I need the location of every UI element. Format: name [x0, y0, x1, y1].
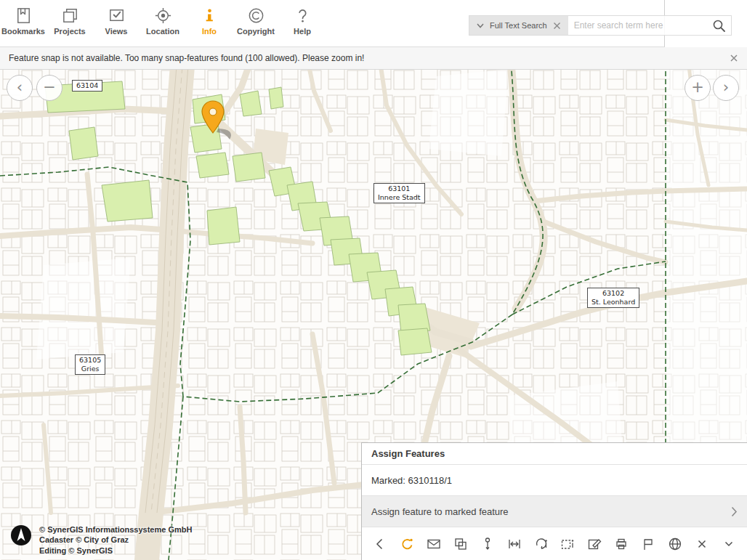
toolbar-item-label: Help [294, 27, 311, 36]
toolbar-item-label: Views [105, 27, 128, 36]
map-attribution: © SynerGIS Informationssysteme GmbH Cada… [10, 524, 192, 556]
synergis-logo-icon [10, 524, 32, 546]
toolbar-item-projects[interactable]: Projects [47, 0, 93, 46]
feature-info-icon[interactable] [559, 535, 576, 553]
chevron-right-icon [731, 506, 738, 517]
map-label-63105: 63105Gries [75, 354, 105, 375]
map-prev-button[interactable]: ‹ [7, 75, 33, 101]
toolbar-item-label: Projects [54, 27, 85, 36]
map-label-63102: 63102St. Leonhard [587, 288, 639, 308]
chevron-down-icon [477, 23, 484, 28]
bookmarks-icon [14, 6, 33, 25]
panel-toolbar [362, 527, 747, 560]
collapse-panel-icon[interactable] [720, 535, 738, 553]
toolbar-item-label: Location [146, 27, 179, 36]
marked-feature-text: Marked: 6310118/1 [362, 465, 747, 496]
toolbar-item-label: Bookmarks [1, 27, 45, 36]
toolbar-item-bookmarks[interactable]: Bookmarks [0, 0, 47, 46]
projects-icon [60, 6, 80, 25]
attribution-line: Editing © SynerGIS [39, 545, 192, 556]
toolbar-item-info[interactable]: Info [186, 0, 233, 46]
search-input[interactable] [568, 16, 706, 35]
print-icon[interactable] [613, 535, 630, 553]
search-icon [712, 19, 726, 33]
attribution-line: © SynerGIS Informationssysteme GmbH [39, 524, 192, 535]
map-next-button[interactable]: › [713, 75, 739, 101]
assign-action-row[interactable]: Assign feature to marked feature [362, 496, 747, 527]
rotate-feature-icon[interactable] [533, 535, 550, 553]
measure-width-icon[interactable] [506, 535, 523, 553]
edit-feature-icon[interactable] [586, 535, 603, 553]
clear-selection-icon[interactable] [693, 535, 711, 553]
merge-features-icon[interactable] [452, 535, 469, 553]
search-mode-label: Full Text Search [490, 21, 547, 30]
bookmark-flag-icon[interactable] [639, 535, 657, 553]
assign-features-panel: Assign Features Marked: 6310118/1 Assign… [361, 442, 747, 560]
views-icon [107, 6, 126, 25]
search-mode-dropdown[interactable]: Full Text Search [469, 16, 568, 35]
location-icon [153, 6, 173, 25]
zoom-out-button[interactable]: − [36, 75, 62, 101]
info-icon [200, 6, 219, 25]
toolbar-item-help[interactable]: Help [279, 0, 326, 46]
toolbar-item-copyright[interactable]: Copyright [233, 0, 279, 46]
zoom-in-button[interactable]: + [685, 75, 711, 101]
attribution-line: Cadaster © City of Graz [39, 535, 192, 545]
panel-title: Assign Features [362, 443, 747, 465]
toolbar-item-label: Copyright [237, 27, 275, 36]
notification-bar: Feature snap is not available. Too many … [0, 47, 747, 70]
toolbar-item-label: Info [202, 27, 217, 36]
clear-search-mode-icon[interactable] [553, 22, 561, 30]
help-icon [293, 6, 312, 25]
notification-message: Feature snap is not available. Too many … [9, 53, 364, 63]
back-icon[interactable] [371, 535, 389, 553]
globe-icon[interactable] [666, 535, 684, 553]
map-label-63101: 63101Innere Stadt [374, 183, 425, 203]
mail-icon[interactable] [425, 535, 443, 553]
pin-icon[interactable] [479, 535, 496, 553]
search-button[interactable] [706, 16, 731, 35]
map-label-63104: 63104 [72, 80, 102, 92]
toolbar-item-location[interactable]: Location [140, 0, 186, 46]
select-feature-icon[interactable] [398, 535, 416, 553]
notification-close-icon[interactable] [730, 54, 738, 62]
search-bar: Full Text Search [469, 15, 732, 36]
copyright-icon [246, 6, 266, 25]
assign-action-label: Assign feature to marked feature [371, 506, 509, 517]
toolbar-item-views[interactable]: Views [93, 0, 140, 46]
